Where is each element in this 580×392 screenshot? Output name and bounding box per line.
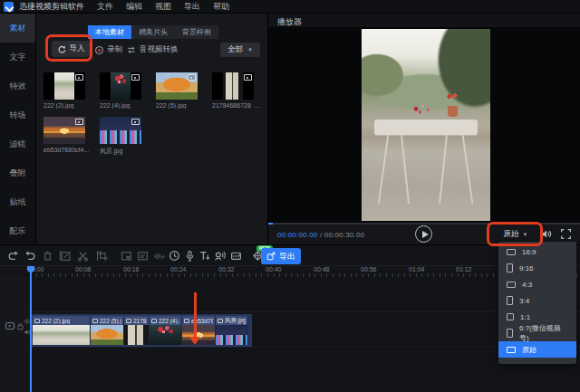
aspect-ratio-option[interactable]: 4:3 [498,276,576,292]
sidebar-item[interactable]: 贴纸 [0,187,35,216]
menu-item[interactable]: 导出 [184,1,200,13]
duration-icon[interactable]: NEW [169,250,181,263]
timeline-tracks: 222 (2).jpg 222 (5).jpg 2178468... [0,277,580,392]
timeline-clip[interactable]: 风景.jpg [216,316,248,345]
fullscreen-icon[interactable] [560,228,572,240]
image-badge-icon [34,319,40,323]
export-icon [266,252,276,261]
aspect-ratio-menu: 16:9 9:16 4:3 3:4 1:1 [498,242,576,364]
ruler-timestamp: 00:48 [314,266,330,272]
aspect-ratio-option[interactable]: 3:4 [498,292,576,309]
sidebar-item[interactable]: 素材 [0,14,35,43]
ruler-timestamp: 01:04 [409,266,425,272]
media-filename: 21784686728_... [212,102,261,109]
sidebar-item[interactable]: 滤镜 [0,129,35,158]
menu-bar: 文件 编辑 视图 导出 帮助 [97,1,229,13]
subtitle-icon[interactable]: NEW [137,250,150,263]
sidebar-item[interactable]: 配乐 [0,216,35,245]
ratio-shape-icon [507,296,513,305]
filter-dropdown[interactable]: 全部 ▼ [220,43,260,57]
timeline-panel: NEW NEW NEW NEW NEW [0,244,580,392]
media-item[interactable]: eb53d7680cf4... [44,117,85,156]
volume-icon[interactable] [540,228,552,240]
pip-icon[interactable]: NEW [121,250,133,263]
total-time: 00:00:30.00 [324,231,364,239]
clip-thumbnail [91,325,123,345]
microphone-icon[interactable]: NEW [184,250,197,263]
media-filename: 222 (5).jpg [156,102,205,109]
image-badge-icon [218,319,223,323]
menu-item[interactable]: 视图 [155,1,171,13]
media-tab[interactable]: 本地素材 [88,25,131,39]
track-header [0,277,31,392]
import-button[interactable]: 导入 [52,41,90,57]
sidebar-item[interactable]: 转场 [0,100,35,129]
timeline-clip[interactable]: 2178468... [124,316,150,345]
image-badge-icon [188,74,196,81]
clip-thumbnail [33,325,90,345]
gif-icon[interactable]: NEW [230,250,243,263]
media-item[interactable]: 风景.jpg [100,117,141,156]
split-icon[interactable]: NEW [77,250,90,263]
media-item[interactable]: 222 (5).jpg [156,72,198,109]
audio-wave-icon[interactable]: NEW [153,250,166,263]
aspect-ratio-option[interactable]: 9:16 [498,260,576,276]
sidebar-item[interactable]: 文字 [0,43,35,72]
image-badge-icon [131,119,140,125]
media-thumbnail [54,72,74,100]
text-to-speech-icon[interactable]: NEW [198,250,211,263]
menu-item[interactable]: 文件 [97,1,113,13]
media-filename: 222 (4).jpg [100,102,149,109]
aspect-ratio-option[interactable]: 原始 [498,341,576,358]
import-icon [57,44,66,53]
media-item[interactable]: 21784686728_... [212,72,254,109]
voice-change-icon[interactable]: NEW [214,250,227,263]
delete-icon[interactable]: NEW [42,250,54,263]
playhead[interactable] [30,266,32,392]
export-button[interactable]: 导出 [261,248,301,264]
media-item[interactable]: 222 (2).jpg [44,72,85,109]
clip-filename: 222 (2).jpg [42,318,70,324]
image-badge-icon [244,74,252,81]
clip-thumbnail [216,325,247,345]
timeline-clip[interactable]: 222 (5).jpg [91,316,124,345]
ruler-timestamp: 00:16 [123,266,140,272]
aspect-ratio-option[interactable]: 16:9 [498,244,576,260]
aspect-ratio-option[interactable]: 6:7(微信视频号) [498,325,576,341]
timecode: 00:00:00.00 / 00:00:30.00 [277,231,364,239]
edit-icon[interactable]: NEW [60,250,72,263]
convert-button[interactable]: 音视频转换 [127,44,179,55]
image-badge-icon [131,74,140,81]
clip-thumbnail [150,325,181,345]
record-button[interactable]: 录制 [95,44,122,55]
timeline-clip[interactable]: 222 (4).jpg [150,316,182,345]
sidebar: 素材 文字 特效 转场 滤镜 叠附 贴纸 配乐 [0,14,36,244]
media-thumbnail [111,72,130,100]
crop-icon[interactable]: NEW [97,250,110,263]
media-tab[interactable]: 背景样例 [175,25,218,39]
sidebar-item[interactable]: 叠附 [0,158,35,187]
clip-filename: 风景.jpg [225,317,246,325]
swap-arrows-icon [127,45,136,54]
sidebar-item[interactable]: 特效 [0,72,35,100]
media-panel: 本地素材 精美片头 背景样例 导入 录制 音视频转换 全部 ▼ [36,14,267,244]
image-badge-icon [151,319,157,323]
current-time: 00:00:00.00 [277,231,317,239]
ratio-shape-icon [507,249,516,255]
image-badge-icon [126,319,131,323]
aspect-ratio-button[interactable]: 原始 ▼ [498,228,534,241]
annotation-arrow [194,292,197,338]
play-button[interactable] [415,225,432,243]
media-grid: 222 (2).jpg 222 (4).jpg 222 (5).jp [44,72,261,156]
redo-icon[interactable]: NEW [24,250,37,263]
media-item[interactable]: 222 (4).jpg [100,72,141,109]
image-badge-icon [75,74,83,81]
menu-item[interactable]: 帮助 [213,1,229,13]
app-window: 迅捷视频剪辑软件 文件 编辑 视图 导出 帮助 素材 文字 特效 转场 滤镜 [0,0,580,392]
image-badge-icon [92,319,98,323]
undo-icon[interactable]: NEW [7,250,20,263]
timeline-ruler[interactable]: 00:00 00:08 00:16 00:24 00:32 00:40 00:4… [0,265,580,277]
media-tab[interactable]: 精美片头 [131,25,175,39]
timeline-clip[interactable]: 222 (2).jpg [33,316,91,345]
menu-item[interactable]: 编辑 [126,1,142,13]
